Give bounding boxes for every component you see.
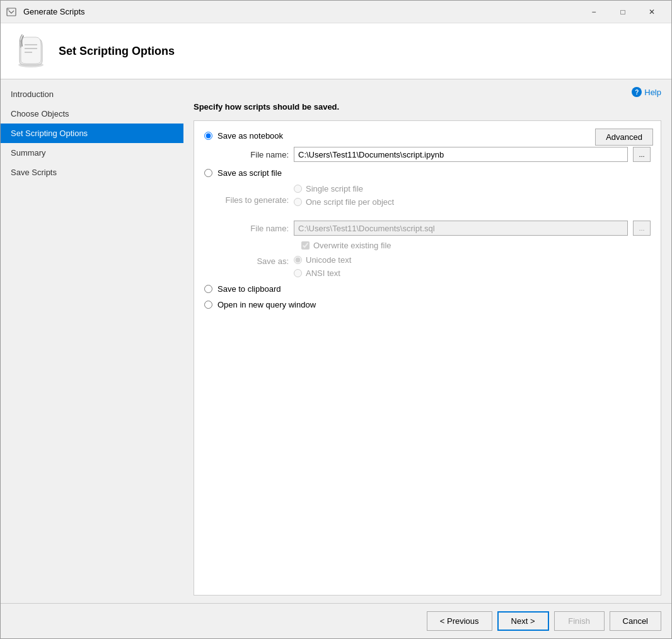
notebook-indent: File name: ... bbox=[219, 147, 651, 162]
content-area: ? Help Specify how scripts should be sav… bbox=[183, 79, 671, 603]
save-notebook-option: Save as notebook bbox=[204, 131, 651, 141]
save-as-row: Save as: Unicode text ANSI text bbox=[219, 255, 651, 278]
previous-button[interactable]: < Previous bbox=[427, 611, 492, 631]
overwrite-label: Overwrite existing file bbox=[313, 241, 391, 250]
ansi-option: ANSI text bbox=[294, 268, 351, 278]
close-button[interactable]: ✕ bbox=[637, 3, 666, 21]
finish-button[interactable]: Finish bbox=[554, 611, 605, 631]
specify-heading: Specify how scripts should be saved. bbox=[194, 102, 661, 112]
single-script-radio bbox=[294, 185, 302, 193]
ansi-label: ANSI text bbox=[306, 268, 340, 278]
files-to-generate-label: Files to generate: bbox=[219, 195, 289, 205]
notebook-filename-row: File name: ... bbox=[219, 147, 651, 162]
save-clipboard-radio[interactable] bbox=[204, 285, 212, 293]
save-as-label: Save as: bbox=[219, 255, 289, 266]
script-file-name-label: File name: bbox=[219, 224, 289, 233]
help-icon: ? bbox=[632, 87, 642, 97]
sidebar: Introduction Choose Objects Set Scriptin… bbox=[1, 79, 183, 603]
open-query-option: Open in new query window bbox=[204, 300, 651, 309]
single-script-label: Single script file bbox=[306, 184, 363, 193]
bottom-bar: < Previous Next > Finish Cancel bbox=[1, 603, 671, 638]
per-object-label: One script file per object bbox=[306, 197, 394, 207]
svg-point-1 bbox=[8, 8, 9, 10]
help-link[interactable]: ? Help bbox=[632, 87, 661, 97]
next-button[interactable]: Next > bbox=[497, 611, 549, 631]
unicode-label: Unicode text bbox=[306, 255, 351, 265]
script-browse-button: ... bbox=[633, 221, 651, 236]
main-content: Introduction Choose Objects Set Scriptin… bbox=[1, 79, 671, 603]
file-name-label: File name: bbox=[219, 150, 289, 159]
minimize-button[interactable]: − bbox=[579, 3, 608, 21]
header-icon bbox=[13, 33, 49, 69]
open-query-radio[interactable] bbox=[204, 301, 212, 309]
script-file-input bbox=[294, 221, 628, 236]
ansi-radio bbox=[294, 269, 302, 277]
files-to-generate-row: Files to generate: Single script file On… bbox=[219, 184, 651, 216]
sidebar-item-save-scripts[interactable]: Save Scripts bbox=[1, 163, 183, 182]
save-notebook-radio[interactable] bbox=[204, 132, 212, 140]
header-section: Set Scripting Options bbox=[1, 23, 671, 79]
title-bar: Generate Scripts − □ ✕ bbox=[1, 1, 671, 23]
maximize-button[interactable]: □ bbox=[608, 3, 637, 21]
notebook-browse-button[interactable]: ... bbox=[633, 147, 651, 162]
window-controls: − □ ✕ bbox=[579, 3, 666, 21]
save-notebook-label[interactable]: Save as notebook bbox=[217, 131, 283, 141]
one-per-object-option: One script file per object bbox=[294, 197, 394, 207]
help-row: ? Help bbox=[194, 87, 661, 97]
unicode-radio bbox=[294, 256, 302, 264]
app-icon bbox=[6, 6, 18, 18]
window: Generate Scripts − □ ✕ Set Scripting Opt… bbox=[0, 0, 672, 639]
save-script-option: Save as script file bbox=[204, 168, 651, 178]
per-object-radio bbox=[294, 198, 302, 206]
save-clipboard-option: Save to clipboard bbox=[204, 284, 651, 294]
overwrite-row: Overwrite existing file bbox=[301, 241, 651, 250]
cancel-button[interactable]: Cancel bbox=[610, 611, 661, 631]
files-to-generate-options: Single script file One script file per o… bbox=[294, 184, 394, 210]
save-as-options: Unicode text ANSI text bbox=[294, 255, 351, 278]
sidebar-item-summary[interactable]: Summary bbox=[1, 143, 183, 163]
overwrite-checkbox bbox=[301, 241, 310, 250]
sidebar-item-set-scripting-options[interactable]: Set Scripting Options bbox=[1, 124, 183, 143]
script-filename-row: File name: ... bbox=[219, 221, 651, 236]
options-panel: Advanced Save as notebook File name: ... bbox=[194, 120, 661, 596]
save-clipboard-label[interactable]: Save to clipboard bbox=[217, 284, 281, 294]
unicode-option: Unicode text bbox=[294, 255, 351, 265]
single-script-option: Single script file bbox=[294, 184, 394, 193]
header-title: Set Scripting Options bbox=[59, 45, 175, 58]
notebook-file-input[interactable] bbox=[294, 147, 628, 162]
window-title: Generate Scripts bbox=[23, 7, 579, 16]
sidebar-item-choose-objects[interactable]: Choose Objects bbox=[1, 104, 183, 124]
save-script-radio[interactable] bbox=[204, 169, 212, 177]
save-script-label[interactable]: Save as script file bbox=[217, 168, 282, 178]
open-query-label[interactable]: Open in new query window bbox=[217, 300, 316, 309]
sidebar-item-introduction[interactable]: Introduction bbox=[1, 84, 183, 104]
advanced-button[interactable]: Advanced bbox=[595, 129, 653, 146]
script-indent: Files to generate: Single script file On… bbox=[219, 184, 651, 278]
